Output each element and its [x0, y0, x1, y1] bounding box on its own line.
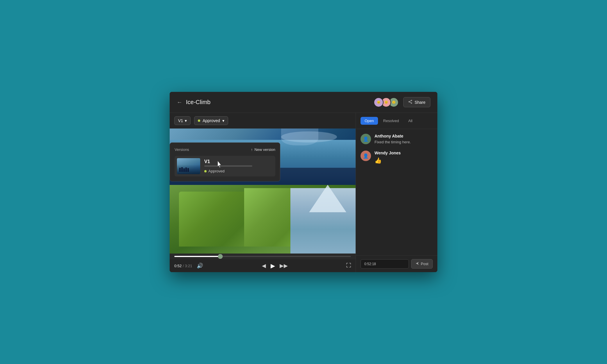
header: ← Ice-Climb 😐 😊 🙂 [170, 92, 437, 113]
avatar-face-3: 🙂 [392, 101, 395, 104]
version-item-v1[interactable]: V1 Approved [175, 156, 275, 176]
svg-line-3 [409, 101, 411, 101]
progress-track[interactable] [170, 254, 356, 259]
tab-resolved-label: Resolved [383, 119, 399, 123]
rewind-icon: ◀ [262, 263, 266, 269]
new-version-button[interactable]: ↑ New version [251, 147, 275, 152]
svg-point-0 [411, 100, 412, 101]
version-bar [204, 165, 252, 167]
version-status-dot [204, 170, 207, 172]
tab-all-label: All [408, 119, 412, 123]
fullscreen-icon [346, 263, 351, 269]
comment-avatar-1: 👤 [361, 134, 371, 144]
share-icon [408, 100, 412, 105]
comment-body-2: Wendy Jones 👍 [375, 151, 433, 165]
progress-thumb [218, 254, 223, 259]
svg-point-2 [409, 101, 409, 102]
progress-bar-fill [174, 256, 220, 257]
app-window: ← Ice-Climb 😐 😊 🙂 [170, 92, 437, 272]
comment-author-1: Anthony Abate [375, 134, 433, 138]
share-label: Share [415, 100, 425, 105]
version-selector[interactable]: V1 ▾ [174, 116, 191, 125]
header-left: ← Ice-Climb [177, 99, 210, 106]
progress-avatar [218, 254, 223, 259]
upload-icon: ↑ [251, 147, 253, 152]
version-status-label: Approved [208, 169, 225, 173]
forward-button[interactable]: ▶▶ [280, 263, 288, 269]
time-display: 0:52 / 3:21 [174, 264, 192, 268]
svg-line-4 [409, 102, 411, 103]
comment-item-2: 👤 Wendy Jones 👍 [361, 151, 433, 165]
versions-dropdown: Versions ↑ New version [170, 142, 280, 181]
svg-point-1 [411, 103, 412, 104]
status-dot-icon [198, 119, 200, 122]
versions-title: Versions [175, 147, 189, 152]
avatar-face-2: 😊 [384, 101, 388, 104]
right-panel: Open Resolved All 👤 [356, 113, 437, 272]
main-content: V1 ▾ Approved ▾ [170, 113, 437, 272]
page-background: ← Ice-Climb 😐 😊 🙂 [0, 0, 607, 364]
avatar-icon-1: 👤 [363, 136, 369, 142]
total-time: 3:21 [185, 264, 192, 268]
status-label: Approved [203, 118, 220, 123]
status-selector[interactable]: Approved ▾ [194, 116, 228, 125]
avatar-group: 😐 😊 🙂 [374, 97, 399, 107]
version-details: V1 Approved [204, 159, 273, 173]
back-icon: ← [177, 99, 182, 106]
comment-avatar-2: 👤 [361, 151, 371, 161]
tab-open-label: Open [365, 119, 374, 123]
project-title: Ice-Climb [186, 99, 210, 106]
comment-input-area: 0:52:18 Post [356, 255, 437, 272]
version-name: V1 [204, 159, 273, 164]
version-status: Approved [204, 169, 273, 173]
tab-all[interactable]: All [404, 117, 416, 125]
video-scene-bottom [170, 185, 356, 254]
new-version-label: New version [254, 147, 275, 152]
comment-text-2: 👍 [375, 156, 433, 165]
volume-button[interactable]: 🔊 [197, 263, 203, 269]
video-controls: 0:52 / 3:21 🔊 ◀ ▶ [170, 259, 356, 272]
avatar-face-1: 😐 [377, 101, 380, 104]
avatar-user-1: 😐 [374, 97, 384, 107]
comment-text-1: Fixed the timing here. [375, 140, 433, 145]
playback-controls: ◀ ▶ ▶▶ [208, 262, 342, 269]
current-time: 0:52 [174, 264, 182, 268]
rewind-button[interactable]: ◀ [262, 263, 266, 269]
comment-author-2: Wendy Jones [375, 151, 433, 155]
status-chevron-icon: ▾ [222, 118, 224, 123]
tab-resolved[interactable]: Resolved [379, 117, 403, 125]
forward-icon: ▶▶ [280, 263, 288, 269]
comments-tabs: Open Resolved All [356, 113, 437, 129]
version-chevron-icon: ▾ [185, 118, 187, 123]
comment-timestamp: 0:52:18 [361, 259, 409, 269]
video-container[interactable]: Versions ↑ New version [170, 129, 356, 254]
mouse-cursor [216, 160, 222, 168]
version-thumbnail [177, 158, 200, 174]
header-right: 😐 😊 🙂 [374, 97, 430, 107]
versions-dropdown-header: Versions ↑ New version [175, 147, 275, 152]
left-panel: V1 ▾ Approved ▾ [170, 113, 356, 272]
share-button[interactable]: Share [403, 97, 430, 107]
video-toolbar: V1 ▾ Approved ▾ [170, 113, 356, 129]
play-button[interactable]: ▶ [271, 262, 275, 269]
back-button[interactable]: ← [177, 99, 182, 106]
send-icon [416, 262, 419, 266]
progress-bar-background [174, 256, 351, 257]
volume-icon: 🔊 [197, 263, 203, 269]
play-icon: ▶ [271, 262, 275, 269]
comments-list: 👤 Anthony Abate Fixed the timing here. 👤 [356, 129, 437, 255]
version-label: V1 [178, 118, 183, 123]
comment-body-1: Anthony Abate Fixed the timing here. [375, 134, 433, 145]
post-button[interactable]: Post [411, 259, 433, 269]
post-label: Post [421, 262, 428, 266]
tab-open[interactable]: Open [361, 117, 378, 125]
fullscreen-button[interactable] [346, 263, 351, 269]
comment-item-1: 👤 Anthony Abate Fixed the timing here. [361, 134, 433, 145]
avatar-icon-2: 👤 [363, 153, 369, 159]
